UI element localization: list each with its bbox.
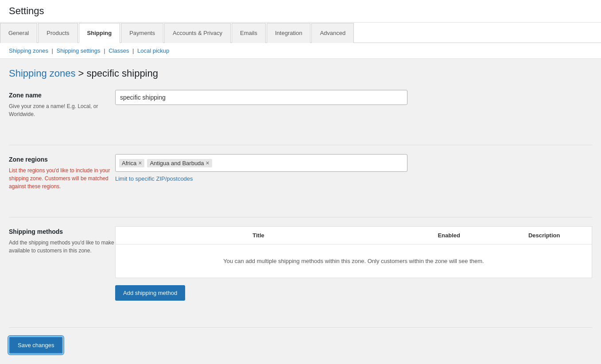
shipping-methods-hint: Add the shipping methods you'd like to m… [9,239,115,255]
shipping-methods-empty-row: You can add multiple shipping methods wi… [116,244,592,278]
col-header-enabled: Enabled [401,227,496,244]
tag-africa: Africa × [119,159,144,167]
page-title: Settings [9,5,44,16]
tab-general[interactable]: General [0,23,37,43]
zone-regions-hint: List the regions you'd like to include i… [9,167,115,190]
subnav-separator-1: | [52,47,55,54]
tab-advanced[interactable]: Advanced [311,23,354,43]
tag-antigua-barbuda-label: Antigua and Barbuda [150,160,204,167]
col-header-title: Title [116,227,402,244]
shipping-methods-table: Title Enabled Description You can add mu… [115,226,592,278]
zone-name-control-col [115,90,592,118]
breadcrumb-link[interactable]: Shipping zones [9,68,75,79]
subnav-separator-3: | [132,47,136,54]
subnav-shipping-settings[interactable]: Shipping settings [57,47,101,54]
tab-emails[interactable]: Emails [232,23,266,43]
tag-antigua-barbuda: Antigua and Barbuda × [147,159,212,167]
subnav-separator-2: | [104,47,107,54]
tab-payments[interactable]: Payments [121,23,163,43]
breadcrumb: Shipping zones > specific shipping [9,68,592,79]
shipping-methods-section: Shipping methods Add the shipping method… [9,226,592,314]
sub-navigation: Shipping zones | Shipping settings | Cla… [0,43,601,59]
shipping-methods-empty-message: You can add multiple shipping methods wi… [116,244,592,278]
add-shipping-method-button[interactable]: Add shipping method [115,285,185,301]
zone-regions-tags-input[interactable]: Africa × Antigua and Barbuda × [115,154,407,172]
tab-integration[interactable]: Integration [267,23,310,43]
zone-name-hint: Give your zone a name! E.g. Local, or Wo… [9,102,115,118]
subnav-shipping-zones[interactable]: Shipping zones [9,47,48,54]
zone-name-input[interactable] [115,90,407,105]
shipping-methods-table-header: Title Enabled Description [116,227,592,244]
tab-products[interactable]: Products [38,23,78,43]
limit-zip-link[interactable]: Limit to specific ZIP/postcodes [115,175,592,182]
zone-regions-title: Zone regions [9,156,115,163]
divider-3 [9,327,592,328]
col-header-description: Description [496,227,592,244]
zone-regions-control-col: Africa × Antigua and Barbuda × Limit to … [115,154,592,190]
tab-accounts-privacy[interactable]: Accounts & Privacy [164,23,231,43]
add-shipping-method-container: Add shipping method [115,278,592,301]
shipping-methods-title: Shipping methods [9,228,115,235]
shipping-methods-label-col: Shipping methods Add the shipping method… [9,226,115,301]
save-changes-button[interactable]: Save changes [9,337,63,354]
subnav-classes[interactable]: Classes [109,47,129,54]
zone-name-label-col: Zone name Give your zone a name! E.g. Lo… [9,90,115,118]
breadcrumb-current: specific shipping [87,68,158,79]
tag-africa-remove[interactable]: × [138,160,142,166]
tag-antigua-barbuda-remove[interactable]: × [206,160,209,166]
zone-name-title: Zone name [9,92,115,99]
zone-regions-label-col: Zone regions List the regions you'd like… [9,154,115,190]
subnav-local-pickup[interactable]: Local pickup [137,47,169,54]
zone-regions-section: Zone regions List the regions you'd like… [9,154,592,204]
shipping-methods-control-col: Title Enabled Description You can add mu… [115,226,592,301]
zone-name-section: Zone name Give your zone a name! E.g. Lo… [9,90,592,132]
tag-africa-label: Africa [122,160,136,167]
tab-shipping[interactable]: Shipping [79,23,120,43]
breadcrumb-separator: > [78,68,87,79]
